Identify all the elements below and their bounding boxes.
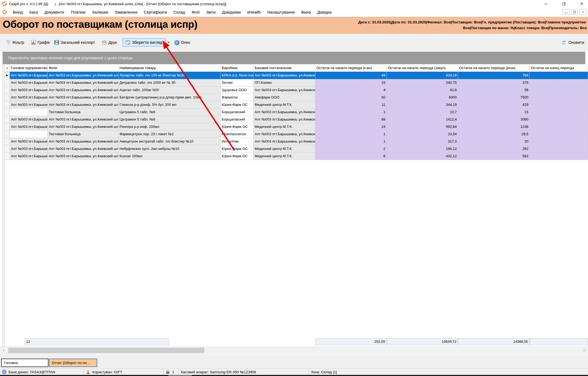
cell-branch[interactable]: Тестовая больница — [48, 109, 118, 116]
grid-corner-menu[interactable]: ≡ — [5, 65, 10, 72]
menu-item-6[interactable]: Замовлення — [111, 9, 141, 16]
cell-main[interactable]: Апт №003 пгт.Барышевка — [10, 72, 48, 79]
cell-product[interactable]: Бетаргин (цитраргинин) р-р д/пер.прим.ам… — [118, 94, 221, 101]
cell-retail_begin[interactable]: 375 — [458, 79, 530, 87]
table-row[interactable]: Тестовая больницаФармацитрон пор. 23 г п… — [5, 131, 588, 138]
cell-ind[interactable] — [5, 131, 10, 138]
cell-purchase_begin[interactable]: 432,12 — [387, 153, 458, 160]
cell-branch[interactable]: Апт №003 пгт.Барышевка, ул.Киевский шлях… — [48, 153, 118, 160]
table-row[interactable]: Апт №003 пгт.БарышевкаАпт №003 пгт.Барыш… — [5, 138, 588, 145]
cell-main[interactable]: Апт №003 пгт.Барышевка — [10, 153, 48, 160]
cell-retail_begin[interactable]: 262 — [458, 145, 530, 153]
cell-purchase_begin[interactable]: 344,19 — [387, 101, 458, 109]
cell-main[interactable]: Апт №003 пгт.Барышевка — [10, 138, 48, 145]
cell-supplier[interactable]: Авефарм ООО — [254, 94, 315, 101]
menu-item-12[interactable]: eHealth — [244, 9, 264, 16]
cell-manufacturer[interactable]: Борщаговский — [221, 109, 254, 116]
cell-product[interactable]: Глюкоза р-р д/инф. 5% бут. 200 мл — [118, 101, 221, 109]
cell-end_period[interactable] — [530, 109, 588, 116]
menu-item-13[interactable]: Налаштування — [264, 9, 298, 16]
table-row[interactable]: Апт №003 пгт.БарышевкаАпт №003 пгт.Барыш… — [5, 94, 588, 101]
cell-manufacturer[interactable]: Борщаговский — [221, 116, 254, 123]
column-header-product[interactable]: Найменування товару — [118, 65, 221, 72]
table-row[interactable]: Апт №003 пгт.БарышевкаАпт №003 пгт.Барыш… — [5, 87, 588, 94]
close-button[interactable]: × — [575, 0, 588, 8]
cell-branch[interactable]: Апт №003 пгт.Барышевка, ул.Киевский шлях… — [48, 94, 118, 101]
cell-qty_begin[interactable]: 88 — [315, 116, 387, 123]
cell-retail_begin[interactable]: 3080 — [458, 116, 530, 123]
cell-retail_begin[interactable]: 29,5 — [458, 131, 530, 138]
filter-button[interactable]: Фільтр — [4, 39, 26, 46]
cell-manufacturer[interactable]: Фарматис — [221, 94, 254, 101]
cell-supplier[interactable]: Апт №003 пгт.Барышевка, ул.Киевский — [254, 72, 315, 79]
cell-ind[interactable] — [5, 138, 10, 145]
cell-end_period[interactable] — [530, 79, 588, 87]
column-header-qty_begin[interactable]: Остаток на начало периода (к-во) — [315, 65, 387, 72]
menu-item-8[interactable]: Склад — [170, 9, 188, 16]
cell-ind[interactable] — [5, 123, 10, 131]
column-header-manufacturer[interactable]: Виробник — [221, 65, 254, 72]
cell-ind[interactable]: ▶ — [5, 72, 10, 79]
cell-qty_begin[interactable]: 1 — [315, 109, 387, 116]
cell-ind[interactable] — [5, 79, 10, 87]
cell-qty_begin[interactable]: 4 — [315, 87, 387, 94]
cell-end_period[interactable] — [530, 87, 588, 94]
tab-report[interactable]: Отчет [Оборот по по ... — [49, 359, 97, 367]
cell-manufacturer[interactable]: Юрия-Фарм ОС — [221, 123, 254, 131]
cell-product[interactable]: Ксилат 200мл — [118, 153, 221, 160]
menu-item-5[interactable]: Залишки — [89, 9, 111, 16]
table-row[interactable]: Апт №003 пгт.БарышевкаАпт №003 пгт.Барыш… — [5, 79, 588, 87]
cell-purchase_begin[interactable]: 194,12 — [387, 145, 458, 153]
chart-button[interactable]: Графік — [29, 39, 52, 46]
scroll-left-arrow[interactable]: ‹ — [1, 347, 7, 354]
cell-qty_begin[interactable]: 1 — [315, 131, 387, 138]
cell-product[interactable]: Детралекс табл. п/о 1000 мг № 30 — [118, 79, 221, 87]
cell-end_period[interactable] — [530, 131, 588, 138]
cell-qty_begin[interactable]: 2 — [315, 145, 387, 153]
cell-end_period[interactable] — [530, 138, 588, 145]
cell-main[interactable]: Апт №003 пгт.Барышевка — [10, 101, 48, 109]
save-view-dropdown[interactable]: ▼ — [165, 41, 172, 44]
cell-end_period[interactable] — [530, 94, 588, 101]
cell-supplier[interactable]: Апт №003 пгт.Барышевка, ул.Киевский — [254, 109, 315, 116]
cell-main[interactable]: Апт №003 пгт.Барышевка — [10, 145, 48, 153]
cell-manufacturer[interactable]: ИнтерХим — [221, 138, 254, 145]
cell-qty_begin[interactable]: 24 — [315, 123, 387, 131]
menu-item-4[interactable]: Платежі — [68, 9, 89, 16]
column-header-end_period[interactable]: Остаток на конец периода — [530, 65, 588, 72]
table-row[interactable]: Тестовая больницаЦитрамон 5 табл. №6Борщ… — [5, 109, 588, 116]
cell-branch[interactable]: Апт №003 пгт.Барышевка, ул.Киевский шлях… — [48, 72, 118, 79]
scroll-right-arrow[interactable]: › — [581, 347, 587, 354]
cell-end_period[interactable] — [530, 145, 588, 153]
cell-product[interactable]: Небуфлюзон сусп. 2мл небулы №10 — [118, 145, 221, 153]
cell-manufacturer[interactable]: Здоровье ООО — [221, 87, 254, 94]
mdi-minimize-button[interactable] — [562, 9, 569, 15]
cell-supplier[interactable]: ПП Конекс — [254, 79, 315, 87]
cell-product[interactable]: Цитрамон 5 табл. №6 — [118, 116, 221, 123]
scrollbar-thumb[interactable] — [8, 348, 204, 353]
cell-manufacturer[interactable]: Юрия-Фарм ОС — [221, 101, 254, 109]
menu-item-10[interactable]: Звіти — [203, 9, 219, 16]
table-row[interactable]: Апт №003 пгт.БарышевкаАпт №003 пгт.Барыш… — [5, 153, 588, 160]
cell-branch[interactable]: Апт №003 пгт.Барышевка, ул.Киевский шлях… — [48, 116, 118, 123]
cell-purchase_begin[interactable]: 240,75 — [387, 79, 458, 87]
cell-supplier[interactable]: Медичний центр М.Т.К. — [254, 153, 315, 160]
refresh-button[interactable]: Оновити — [561, 34, 584, 51]
cell-purchase_begin[interactable]: 992,64 — [387, 123, 458, 131]
cell-purchase_begin[interactable]: 6000 — [387, 94, 458, 101]
cell-manufacturer[interactable]: Servier — [221, 79, 254, 87]
cell-retail_begin[interactable]: 15 — [458, 109, 530, 116]
cell-manufacturer[interactable]: Pharmascience — [221, 131, 254, 138]
cell-main[interactable] — [10, 109, 48, 116]
cell-ind[interactable] — [5, 94, 10, 101]
cell-product[interactable]: Фармацитрон пор. 23 г пакет №1 — [118, 131, 221, 138]
cell-end_period[interactable] — [530, 101, 588, 109]
tab-home[interactable]: Головна — [1, 359, 48, 367]
cell-branch[interactable]: Тестовая больница — [48, 131, 118, 138]
cell-qty_begin[interactable]: 49 — [315, 72, 387, 79]
description-button[interactable]: Опис — [172, 39, 193, 47]
cell-supplier[interactable]: Медичний центр М.Т.К. — [254, 145, 315, 153]
table-row[interactable]: Апт №003 пгт.БарышевкаАпт №003 пгт.Барыш… — [5, 145, 588, 153]
cell-retail_begin[interactable]: 1236 — [458, 123, 530, 131]
menu-item-14[interactable]: Вікна — [298, 9, 314, 16]
